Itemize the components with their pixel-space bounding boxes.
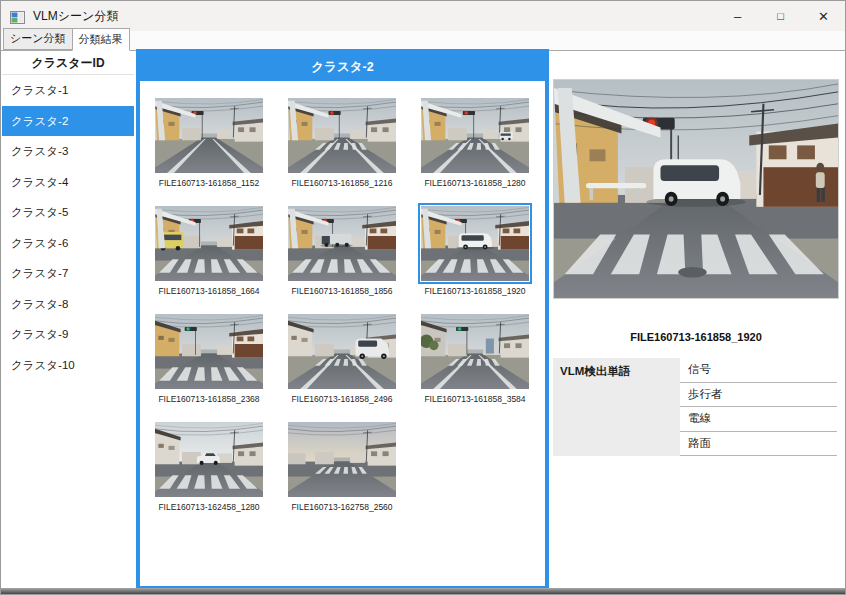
cluster-panel-title: クラスタ-2 (140, 53, 545, 81)
cluster-item-7[interactable]: クラスタ-7 (2, 258, 134, 289)
thumbnail-filename: FILE160713-161858_1280 (418, 178, 532, 188)
vlm-word-row: 路面 (680, 432, 837, 457)
app-window: VLMシーン分類 – □ ✕ シーン分類 分類結果 クラスターID クラスタ-1… (0, 0, 846, 595)
close-button[interactable]: ✕ (802, 1, 845, 31)
thumbnail-filename: FILE160713-161858_1856 (285, 286, 399, 296)
vlm-table-header: VLM検出単語 (553, 358, 680, 456)
selected-filename: FILE160713-161858_1920 (553, 331, 839, 343)
thumbnail-filename: FILE160713-161858_1216 (285, 178, 399, 188)
thumbnail-image-street-approach-red-2[interactable] (285, 95, 399, 176)
thumbnail-cell[interactable]: FILE160713-161858_1856 (285, 203, 399, 296)
thumbnail-filename: FILE160713-161858_1664 (152, 286, 266, 296)
thumbnail-cell[interactable]: FILE160713-161858_1920 (418, 203, 532, 296)
thumbnail-image-street-approach-red-3[interactable] (418, 95, 532, 176)
cluster-item-4[interactable]: クラスタ-4 (2, 167, 134, 198)
thumbnail-filename: FILE160713-161858_2368 (152, 394, 266, 404)
thumbnail-cell[interactable]: FILE160713-161858_2368 (152, 311, 266, 404)
thumbnail-cell[interactable]: FILE160713-161858_1664 (152, 203, 266, 296)
app-icon (10, 10, 25, 23)
cluster-panel: クラスタ-2 FILE160713-161858_1152FILE160713-… (136, 49, 549, 590)
vlm-word-row: 信号 (680, 358, 837, 383)
thumbnail-filename: FILE160713-161858_1152 (152, 178, 266, 188)
vlm-table: VLM検出単語 信号歩行者電線路面 (553, 358, 837, 456)
cluster-id-header: クラスターID (2, 53, 134, 75)
thumbnail-cell[interactable]: FILE160713-162758_2560 (285, 419, 399, 512)
thumbnail-image-street-van-right[interactable] (285, 311, 399, 392)
thumbnail-filename: FILE160713-162458_1280 (152, 502, 266, 512)
cluster-item-6[interactable]: クラスタ-6 (2, 228, 134, 259)
titlebar[interactable]: VLMシーン分類 – □ ✕ (1, 1, 845, 31)
cluster-item-10[interactable]: クラスタ-10 (2, 350, 134, 381)
thumbnail-cell[interactable]: FILE160713-161858_1280 (418, 95, 532, 188)
window-bottom-edge (1, 588, 845, 594)
cluster-list: クラスタ-1クラスタ-2クラスタ-3クラスタ-4クラスタ-5クラスタ-6クラスタ… (2, 75, 134, 380)
thumbnail-cell[interactable]: FILE160713-161858_1152 (152, 95, 266, 188)
tab-classification-result[interactable]: 分類結果 (72, 28, 130, 51)
vlm-word-list: 信号歩行者電線路面 (680, 358, 837, 456)
thumbnail-image-intersection-open-dusk[interactable] (285, 419, 399, 500)
cluster-item-5[interactable]: クラスタ-5 (2, 197, 134, 228)
cluster-sidebar: クラスターID クラスタ-1クラスタ-2クラスタ-3クラスタ-4クラスタ-5クラ… (2, 53, 134, 584)
thumbnail-filename: FILE160713-162758_2560 (285, 502, 399, 512)
thumbnail-cell[interactable]: FILE160713-161858_1216 (285, 95, 399, 188)
thumbnail-image-intersection-truck-red[interactable] (285, 203, 399, 284)
window-title: VLMシーン分類 (33, 8, 118, 25)
thumbnail-cell[interactable]: FILE160713-162458_1280 (152, 419, 266, 512)
thumbnail-image-intersection-green[interactable] (152, 311, 266, 392)
cluster-item-3[interactable]: クラスタ-3 (2, 136, 134, 167)
thumbnail-cell[interactable]: FILE160713-161858_2496 (285, 311, 399, 404)
thumbnail-image-intersection-bus-red[interactable] (152, 203, 266, 284)
vlm-word-row: 歩行者 (680, 383, 837, 408)
preview-image (553, 79, 839, 299)
vlm-word-row: 電線 (680, 407, 837, 432)
thumbnail-filename: FILE160713-161858_2496 (285, 394, 399, 404)
tab-bar: シーン分類 分類結果 (1, 31, 845, 51)
thumbnail-cell[interactable]: FILE160713-161858_3584 (418, 311, 532, 404)
cluster-item-9[interactable]: クラスタ-9 (2, 319, 134, 350)
minimize-button[interactable]: – (716, 1, 759, 31)
cluster-item-8[interactable]: クラスタ-8 (2, 289, 134, 320)
thumbnail-filename: FILE160713-161858_1920 (418, 286, 532, 296)
maximize-button[interactable]: □ (759, 1, 802, 31)
tab-scene-classification[interactable]: シーン分類 (3, 28, 73, 50)
thumbnail-image-street-approach-red-1[interactable] (152, 95, 266, 176)
window-controls: – □ ✕ (716, 1, 845, 31)
cluster-item-1[interactable]: クラスタ-1 (2, 75, 134, 106)
thumbnail-filename: FILE160713-161858_3584 (418, 394, 532, 404)
cluster-item-2[interactable]: クラスタ-2 (2, 106, 134, 137)
thumbnail-image-intersection-car-crossing[interactable] (152, 419, 266, 500)
thumbnail-image-intersection-van-red[interactable] (418, 203, 532, 284)
thumbnail-image-street-green[interactable] (418, 311, 532, 392)
thumbnail-grid: FILE160713-161858_1152FILE160713-161858_… (140, 81, 545, 512)
